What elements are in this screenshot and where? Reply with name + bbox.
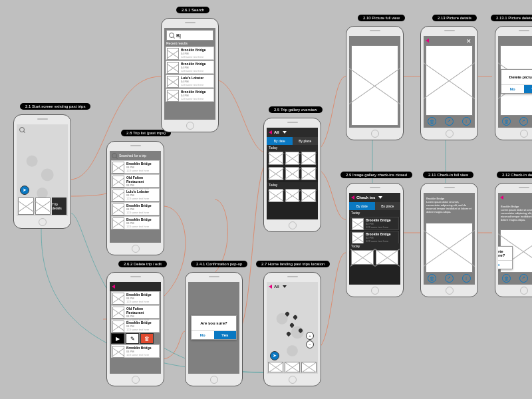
zoom-in-button[interactable]: + <box>306 332 314 340</box>
thumb[interactable] <box>376 250 398 265</box>
screen-home-map: All + − ➤ <box>263 272 321 386</box>
delete-button[interactable]: 🗑 <box>140 333 154 344</box>
share-icon[interactable]: ↗ <box>445 117 454 126</box>
locate-button[interactable]: ➤ <box>20 186 29 195</box>
list-item[interactable]: Brooklin Bridge04 PM123 some text here <box>350 231 399 244</box>
zoom-out-button[interactable]: − <box>306 340 314 348</box>
label-search: 2.6.1 Search <box>176 7 209 13</box>
screen-pic-delete-confirm: Delete picture? NoYes 🗑↗i <box>495 26 532 140</box>
locate-button[interactable]: ➤ <box>270 351 279 360</box>
list-item[interactable]: Brooklin Bridge04 PM123 some text here <box>111 160 160 174</box>
screen-checkin-details: ✕ Brooklin Bridge Lorem ipsum dolor sit … <box>495 183 532 297</box>
screen-triplist: Searched for a trip Brooklin Bridge04 PM… <box>106 141 164 255</box>
list-item[interactable]: Lulu's Lobster04 PM123 some text here <box>111 188 160 201</box>
screen-delete-edit: Brooklin Bridge04 PM123 some text here O… <box>106 272 164 386</box>
list-item[interactable]: Brooklin Bridge04 PM123 some text here <box>166 61 214 74</box>
label-home: 2.7 Home landing past trips location <box>256 261 330 267</box>
back-icon[interactable] <box>500 196 503 200</box>
search-input[interactable]: B| <box>166 30 213 41</box>
edit-button[interactable]: ✎ <box>126 333 139 344</box>
tab-byplace[interactable]: By place <box>375 202 401 210</box>
info-icon[interactable]: i <box>462 117 471 126</box>
thumb[interactable] <box>285 189 300 202</box>
back-icon[interactable] <box>269 130 272 134</box>
label-picdet: 2.13 Picture details <box>432 15 477 21</box>
thumb[interactable] <box>269 189 283 202</box>
thumb[interactable] <box>268 362 283 372</box>
list-item[interactable]: Old Fulton Restaurant04 PM123 some text … <box>111 305 160 319</box>
thumb[interactable] <box>35 198 51 215</box>
search-icon <box>169 33 174 38</box>
screen-pic-full <box>346 26 404 140</box>
chevron-down-icon[interactable] <box>283 131 287 134</box>
back-icon[interactable] <box>426 39 429 43</box>
thumb[interactable] <box>269 167 283 180</box>
label-picfull: 2.10 Picture full view <box>358 15 405 21</box>
list-item[interactable]: Brooklin Bridge04 PM123 some text here <box>166 88 214 102</box>
info-icon[interactable]: i <box>462 274 471 283</box>
close-icon[interactable]: ✕ <box>466 38 471 45</box>
image[interactable] <box>351 45 398 126</box>
chevron-down-icon[interactable] <box>378 196 382 199</box>
thumb[interactable] <box>301 189 316 202</box>
list-item[interactable]: Brooklin Bridge04 PM123 some text here <box>350 217 399 230</box>
search-icon[interactable] <box>112 153 117 158</box>
share-icon[interactable]: ↗ <box>445 274 454 283</box>
thumb[interactable] <box>301 362 317 372</box>
screen-search: B| Recent results Brooklin Bridge04 PM12… <box>161 18 219 132</box>
screen-gallery: All By date By place Today Today <box>263 118 321 232</box>
screen-pic-details: ✕ 🗑 ↗ i <box>420 26 478 140</box>
image[interactable] <box>426 223 473 273</box>
thumb[interactable] <box>285 152 300 165</box>
list-item[interactable]: Lulu's Lobster04 PM123 some text here <box>166 74 214 88</box>
tab-bydate[interactable]: By date <box>349 202 375 210</box>
image[interactable] <box>426 45 473 116</box>
thumb[interactable] <box>351 250 374 265</box>
delete-icon[interactable]: 🗑 <box>428 274 436 283</box>
back-icon[interactable] <box>269 285 272 289</box>
confirm-text: Are you sure? <box>192 316 236 331</box>
thumb[interactable] <box>269 152 283 165</box>
list-item[interactable]: Brooklin Bridge04 PM123 some text here <box>111 291 160 305</box>
tab-bydate[interactable]: By date <box>267 137 293 145</box>
searched-label: Searched for a trip <box>119 154 146 158</box>
label-imgchk: 2.9 Image gallery check-ins closed <box>340 172 412 178</box>
thumb[interactable] <box>301 152 316 165</box>
label-delete: 2.6.2 Delete trip / edit <box>118 261 167 267</box>
bottom-tray: Trip details <box>18 198 66 215</box>
trip-details-button[interactable]: Trip details <box>52 198 66 215</box>
search-icon[interactable] <box>19 127 25 132</box>
thumb[interactable] <box>285 362 300 372</box>
yes-button[interactable]: Yes <box>214 331 237 339</box>
tab-byplace[interactable]: By place <box>293 137 319 145</box>
list-item[interactable]: Old Fulton Restaurant04 PM123 some text … <box>111 174 160 188</box>
list-item[interactable]: Brooklin Bridge04 PM123 some text here <box>111 344 160 358</box>
wireframe-canvas: 2.1 Start screen existing past trips 2.6… <box>0 0 532 399</box>
toolbar: ▶ ✎ 🗑 <box>111 333 160 344</box>
label-chkfull: 2.11 Check-in full view <box>423 172 473 178</box>
no-button[interactable]: No <box>501 85 524 93</box>
checkin-text: Brooklin Bridge Lorem ipsum dolor sit am… <box>424 196 475 215</box>
screen-start: ➤ Trip details <box>13 114 71 229</box>
back-icon[interactable] <box>351 196 354 200</box>
thumb[interactable] <box>301 167 316 180</box>
action-bar: 🗑 ↗ i <box>424 116 475 126</box>
topbar <box>110 282 161 291</box>
label-chkdet: 2.12 Check-in details <box>497 172 532 178</box>
recent-label: Recent results <box>166 41 188 45</box>
list-item[interactable]: Brooklin Bridge04 PM123 some text here <box>166 47 214 60</box>
no-button[interactable]: No <box>192 331 214 339</box>
list-item[interactable]: Brooklin Bridge04 PM123 some text here <box>111 216 160 229</box>
chevron-down-icon[interactable] <box>283 285 287 288</box>
screen-checkin-full: Brooklin Bridge Lorem ipsum dolor sit am… <box>420 183 478 297</box>
back-icon[interactable] <box>112 285 115 289</box>
list-item[interactable]: Brooklin Bridge04 PM123 some text here <box>111 319 160 332</box>
thumb[interactable] <box>285 167 300 180</box>
screen-confirm: Are you sure? No Yes <box>185 272 243 386</box>
thumb[interactable] <box>18 198 34 215</box>
tabs: By date By place <box>267 137 318 145</box>
list-item[interactable]: Brooklin Bridge04 PM123 some text here <box>111 202 160 215</box>
yes-button[interactable]: Yes <box>524 85 533 93</box>
play-button[interactable]: ▶ <box>111 333 124 344</box>
delete-icon[interactable]: 🗑 <box>428 117 436 126</box>
